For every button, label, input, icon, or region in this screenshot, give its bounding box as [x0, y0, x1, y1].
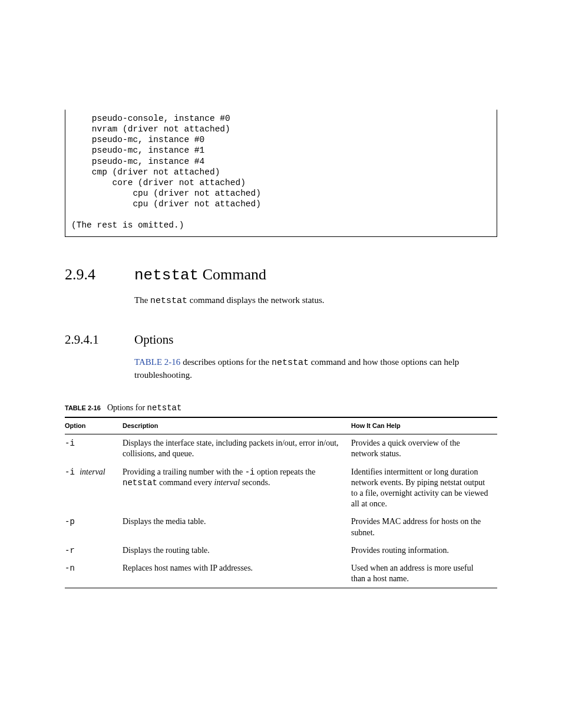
help-cell: Identifies intermittent or long duration…: [351, 463, 497, 513]
description-cell: Displays the media table.: [123, 513, 351, 541]
table-label: TABLE 2-16: [65, 404, 101, 411]
code-line: cpu (driver not attached): [71, 199, 261, 209]
option-cell: -i: [65, 434, 123, 463]
col-header-description: Description: [123, 417, 351, 434]
table-header-row: Option Description How It Can Help: [65, 417, 497, 434]
section-heading: 2.9.4 netstat Command: [65, 264, 497, 286]
option-cell: -p: [65, 513, 123, 541]
table-row: -i interval Providing a trailing number …: [65, 463, 497, 513]
table-caption-text: Options for netstat: [107, 403, 181, 412]
code-line: core (driver not attached): [71, 178, 246, 187]
table-row: -p Displays the media table. Provides MA…: [65, 513, 497, 541]
option-cell: -n: [65, 559, 123, 588]
col-header-help: How It Can Help: [351, 417, 497, 434]
subsection-para: TABLE 2-16 describes options for the net…: [134, 356, 497, 381]
help-cell: Provides MAC address for hosts on the su…: [351, 513, 497, 541]
intro-pre: The: [134, 295, 150, 305]
section-number: 2.9.4: [65, 264, 134, 285]
code-line: cpu (driver not attached): [71, 189, 261, 198]
code-line: cmp (driver not attached): [71, 167, 220, 177]
para-cmd: netstat: [272, 358, 309, 368]
table-row: -n Replaces host names with IP addresses…: [65, 559, 497, 588]
intro-cmd: netstat: [150, 296, 187, 306]
table-caption: TABLE 2-16 Options for netstat: [65, 403, 497, 414]
code-line: nvram (driver not attached): [71, 124, 230, 134]
code-line: pseudo-mc, instance #0: [71, 135, 204, 144]
subsection-number: 2.9.4.1: [65, 331, 134, 348]
section-title-cmd: netstat: [134, 266, 199, 284]
code-line: pseudo-mc, instance #4: [71, 157, 204, 166]
help-cell: Provides a quick overview of the network…: [351, 434, 497, 463]
section-intro: The netstat command displays the network…: [134, 294, 497, 307]
section-title-rest: Command: [199, 266, 266, 283]
options-table: Option Description How It Can Help -i Di…: [65, 417, 497, 588]
page: pseudo-console, instance #0 nvram (drive…: [0, 110, 562, 728]
option-cell: -i interval: [65, 463, 123, 513]
subsection-title: Options: [134, 331, 174, 348]
code-line: pseudo-console, instance #0: [71, 114, 230, 123]
description-cell: Displays the routing table.: [123, 542, 351, 559]
description-cell: Displays the interface state, including …: [123, 434, 351, 463]
section-title: netstat Command: [134, 264, 266, 286]
para-text: describes options for the: [180, 357, 272, 367]
table-row: -i Displays the interface state, includi…: [65, 434, 497, 463]
table-row: -r Displays the routing table. Provides …: [65, 542, 497, 559]
option-cell: -r: [65, 542, 123, 559]
table-ref-link[interactable]: TABLE 2-16: [134, 357, 180, 367]
help-cell: Used when an address is more useful than…: [351, 559, 497, 588]
subsection-heading: 2.9.4.1 Options: [65, 331, 497, 348]
intro-post: command displays the network status.: [187, 295, 324, 305]
description-cell: Providing a trailing number with the -i …: [123, 463, 351, 513]
code-line: pseudo-mc, instance #1: [71, 146, 204, 155]
code-listing: pseudo-console, instance #0 nvram (drive…: [65, 110, 497, 237]
description-cell: Replaces host names with IP addresses.: [123, 559, 351, 588]
help-cell: Provides routing information.: [351, 542, 497, 559]
col-header-option: Option: [65, 417, 123, 434]
code-line: (The rest is omitted.): [71, 220, 184, 230]
